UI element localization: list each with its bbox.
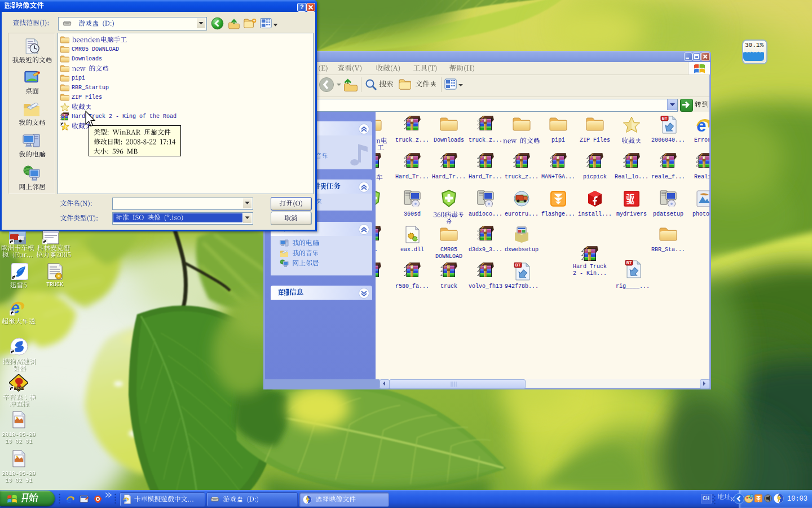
svg-text:CRASH: CRASH <box>14 387 24 390</box>
